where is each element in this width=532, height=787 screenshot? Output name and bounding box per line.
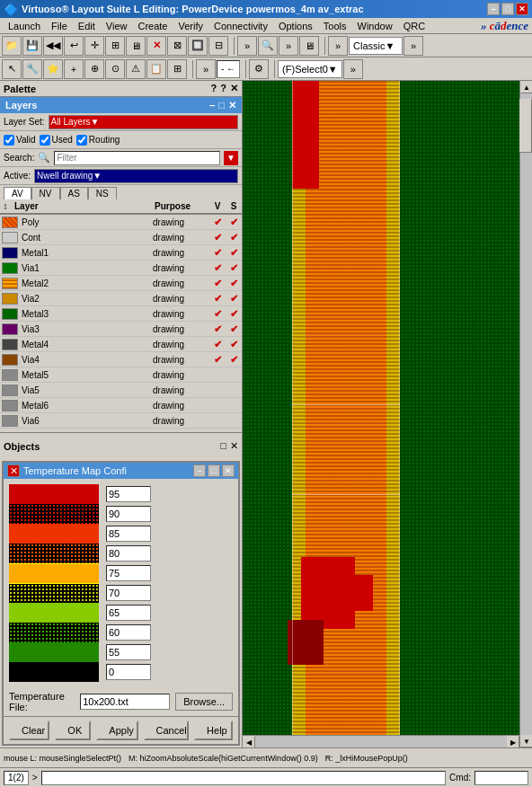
close-button[interactable]: ✕ <box>516 3 528 15</box>
temp-restore-btn[interactable]: □ <box>208 464 220 477</box>
search-clear-btn[interactable]: ▼ <box>224 151 238 165</box>
temp-input-4[interactable] <box>106 565 151 581</box>
toolbar2-btn-6[interactable]: 📋 <box>146 59 166 79</box>
layer-selectable-check[interactable]: ✔ <box>226 278 242 289</box>
toolbar-btn-5[interactable]: ⊞ <box>105 36 125 56</box>
toolbar-btn-7[interactable]: ⊠ <box>167 36 187 56</box>
layer-row[interactable]: Via6drawing <box>0 413 242 429</box>
apply-button[interactable]: Apply <box>96 721 137 740</box>
menu-qrc[interactable]: QRC <box>399 20 430 32</box>
palette-help-icon[interactable]: ? <box>211 83 217 94</box>
layer-visible-check[interactable]: ✔ <box>209 278 226 289</box>
scroll-left-arrow[interactable]: ◀ <box>243 736 255 747</box>
layer-row[interactable]: Contdrawing✔✔ <box>0 230 242 245</box>
menu-verify[interactable]: Verify <box>173 20 208 32</box>
layer-selectable-check[interactable]: ✔ <box>226 217 242 228</box>
temp-input-6[interactable] <box>106 605 151 621</box>
toolbar2-btn-4[interactable]: ⊕ <box>84 59 104 79</box>
tab-av[interactable]: AV <box>4 187 31 199</box>
menu-tools[interactable]: Tools <box>319 20 351 32</box>
col-v-header[interactable]: V <box>209 199 226 213</box>
toolbar-btn-undo[interactable]: ↩ <box>64 36 84 56</box>
toolbar-btn-6[interactable]: 🖥 <box>126 36 146 56</box>
layer-row[interactable]: Via3drawing✔✔ <box>0 322 242 337</box>
cmd-input[interactable] <box>41 771 446 785</box>
fselect-dropdown[interactable]: (F)Select0▼ <box>278 60 342 78</box>
menu-options[interactable]: Options <box>274 20 317 32</box>
menu-connectivity[interactable]: Connectivity <box>209 20 272 32</box>
palette-question-icon[interactable]: ? <box>220 83 226 94</box>
active-layer-dropdown[interactable]: Nwell drawing▼ <box>34 169 238 183</box>
layer-selectable-check[interactable]: ✔ <box>226 339 242 350</box>
clear-button[interactable]: Clear <box>9 721 49 740</box>
temp-close-btn[interactable]: ✕ <box>222 464 235 477</box>
toolbar-btn-zoom[interactable]: 🔍 <box>258 36 278 56</box>
toolbar-btn-1[interactable]: 📁 <box>2 36 22 56</box>
toolbar-btn-11[interactable]: » <box>279 36 298 56</box>
temp-input-8[interactable] <box>106 644 151 660</box>
layers-minimize-icon[interactable]: – <box>209 100 215 111</box>
maximize-button[interactable]: □ <box>501 3 514 15</box>
toolbar2-btn-end[interactable]: » <box>343 59 363 79</box>
menu-launch[interactable]: Launch <box>4 20 45 32</box>
help-button[interactable]: Help <box>194 721 233 740</box>
layer-row[interactable]: Polydrawing✔✔ <box>0 215 242 230</box>
toolbar2-btn-warn[interactable]: ⚠ <box>126 59 146 79</box>
layer-row[interactable]: Metal2drawing✔✔ <box>0 276 242 291</box>
toolbar2-btn-plus[interactable]: + <box>64 59 84 79</box>
col-layer-header[interactable]: Layer <box>11 199 151 213</box>
search-input[interactable] <box>54 151 220 165</box>
cancel-button[interactable]: Cancel <box>144 721 190 740</box>
layer-visible-check[interactable]: ✔ <box>209 354 226 366</box>
layers-close-icon[interactable]: ✕ <box>228 100 236 111</box>
layer-visible-check[interactable]: ✔ <box>209 247 226 259</box>
objects-close-icon[interactable]: ✕ <box>230 440 238 452</box>
toolbar2-btn-7[interactable]: ⊞ <box>167 59 187 79</box>
objects-minimize-icon[interactable]: □ <box>220 440 226 452</box>
toolbar2-input[interactable]: - ← <box>217 60 240 78</box>
layer-row[interactable]: Via4drawing✔✔ <box>0 352 242 367</box>
minimize-button[interactable]: – <box>487 3 500 15</box>
layer-selectable-check[interactable]: ✔ <box>226 308 242 320</box>
layer-row[interactable]: Metal5drawing <box>0 367 242 383</box>
menu-view[interactable]: View <box>102 20 132 32</box>
valid-checkbox[interactable] <box>4 135 14 146</box>
layer-visible-check[interactable]: ✔ <box>209 323 226 335</box>
layer-selectable-check[interactable]: ✔ <box>226 262 242 274</box>
tab-nv[interactable]: NV <box>31 187 60 199</box>
toolbar-btn-2[interactable]: 💾 <box>22 36 42 56</box>
browse-button[interactable]: Browse... <box>175 693 233 711</box>
temp-input-7[interactable] <box>106 624 151 641</box>
col-purpose-header[interactable]: Purpose <box>151 199 209 213</box>
scrollbar-horizontal[interactable]: ◀ ▶ <box>243 735 519 747</box>
layers-restore-icon[interactable]: □ <box>218 100 225 111</box>
palette-close-icon[interactable]: ✕ <box>230 83 238 94</box>
layer-visible-check[interactable]: ✔ <box>209 232 226 243</box>
layer-selectable-check[interactable]: ✔ <box>226 354 242 366</box>
toolbar-btn-13[interactable]: » <box>328 36 348 56</box>
used-checkbox[interactable] <box>40 135 50 146</box>
layer-row[interactable]: Via1drawing✔✔ <box>0 261 242 276</box>
temp-input-0[interactable] <box>106 486 151 502</box>
layer-set-dropdown[interactable]: All Layers▼ <box>49 115 238 129</box>
layer-row[interactable]: Metal6drawing <box>0 398 242 413</box>
menu-window[interactable]: Window <box>353 20 397 32</box>
toolbar2-btn-8[interactable]: » <box>196 59 216 79</box>
layer-selectable-check[interactable]: ✔ <box>226 247 242 259</box>
toolbar-btn-9[interactable]: ⊟ <box>208 36 228 56</box>
toolbar-btn-14[interactable]: » <box>403 36 423 56</box>
scroll-thumb-vertical[interactable] <box>519 99 532 153</box>
layer-row[interactable]: Metal1drawing✔✔ <box>0 245 242 261</box>
layer-row[interactable]: Metal4drawing✔✔ <box>0 337 242 352</box>
toolbar-btn-move[interactable]: ✛ <box>84 36 104 56</box>
layer-visible-check[interactable]: ✔ <box>209 262 226 274</box>
routing-checkbox[interactable] <box>76 135 87 146</box>
tab-as[interactable]: AS <box>60 187 88 199</box>
layer-row[interactable]: Via2drawing✔✔ <box>0 291 242 306</box>
temp-input-3[interactable] <box>106 545 151 562</box>
toolbar2-btn-2[interactable]: 🔧 <box>22 59 42 79</box>
col-sort-header[interactable]: ↕ <box>0 199 11 213</box>
tab-ns[interactable]: NS <box>88 187 117 199</box>
scrollbar-vertical[interactable]: ▲ ▼ <box>519 81 532 747</box>
temp-input-9[interactable] <box>106 664 151 680</box>
